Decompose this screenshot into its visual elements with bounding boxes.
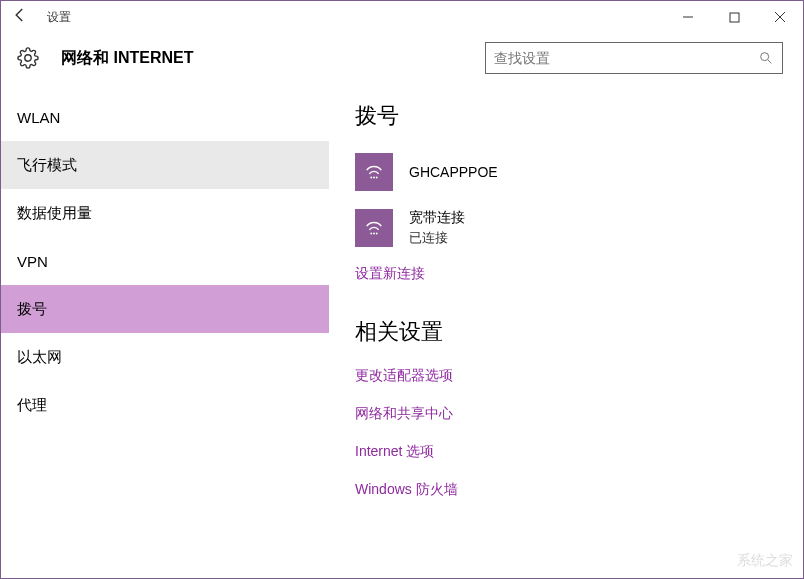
window-controls [665, 1, 803, 33]
sidebar-item-datausage[interactable]: 数据使用量 [1, 189, 329, 237]
dialup-icon [355, 153, 393, 191]
svg-point-2 [761, 53, 769, 61]
gear-icon [17, 47, 39, 69]
svg-point-6 [376, 177, 378, 179]
content-area: WLAN 飞行模式 数据使用量 VPN 拨号 以太网 代理 拨号 GHCAPPP… [1, 83, 803, 578]
svg-rect-1 [730, 13, 739, 22]
close-icon [774, 11, 786, 23]
new-connection-link[interactable]: 设置新连接 [355, 265, 783, 283]
svg-point-7 [370, 233, 372, 235]
page-title: 网络和 INTERNET [61, 48, 193, 69]
sidebar-item-label: 拨号 [17, 300, 47, 319]
search-icon [758, 50, 774, 66]
sidebar-item-vpn[interactable]: VPN [1, 237, 329, 285]
sidebar-item-wlan[interactable]: WLAN [1, 93, 329, 141]
related-link-firewall[interactable]: Windows 防火墙 [355, 481, 783, 499]
search-box[interactable] [485, 42, 783, 74]
main-panel: 拨号 GHCAPPPOE 宽带连接 已连接 设置新连接 相关设置 [329, 83, 803, 578]
maximize-button[interactable] [711, 1, 757, 33]
sidebar-item-proxy[interactable]: 代理 [1, 381, 329, 429]
connection-name: 宽带连接 [409, 209, 465, 227]
header: 网络和 INTERNET [1, 33, 803, 83]
connection-item[interactable]: GHCAPPPOE [355, 153, 783, 191]
arrow-left-icon [11, 6, 29, 24]
connection-name: GHCAPPPOE [409, 164, 498, 180]
sidebar-item-airplane[interactable]: 飞行模式 [1, 141, 329, 189]
sidebar-item-label: 代理 [17, 396, 47, 415]
maximize-icon [729, 12, 740, 23]
minimize-button[interactable] [665, 1, 711, 33]
close-button[interactable] [757, 1, 803, 33]
connection-text: GHCAPPPOE [409, 164, 498, 180]
sidebar: WLAN 飞行模式 数据使用量 VPN 拨号 以太网 代理 [1, 83, 329, 578]
related-link-sharing[interactable]: 网络和共享中心 [355, 405, 783, 423]
svg-point-8 [373, 233, 375, 235]
sidebar-item-label: 飞行模式 [17, 156, 77, 175]
minimize-icon [682, 11, 694, 23]
window-title: 设置 [47, 9, 71, 26]
svg-line-3 [768, 60, 771, 63]
svg-point-5 [373, 177, 375, 179]
connection-status: 已连接 [409, 229, 465, 247]
titlebar: 设置 [1, 1, 803, 33]
dialup-icon [355, 209, 393, 247]
back-button[interactable] [11, 6, 41, 29]
sidebar-item-label: VPN [17, 253, 48, 270]
connection-text: 宽带连接 已连接 [409, 209, 465, 247]
section-heading-dialup: 拨号 [355, 101, 783, 131]
sidebar-item-label: 数据使用量 [17, 204, 92, 223]
sidebar-item-ethernet[interactable]: 以太网 [1, 333, 329, 381]
svg-point-9 [376, 233, 378, 235]
svg-point-4 [370, 177, 372, 179]
sidebar-item-dialup[interactable]: 拨号 [1, 285, 329, 333]
connection-item[interactable]: 宽带连接 已连接 [355, 209, 783, 247]
search-input[interactable] [494, 50, 758, 66]
sidebar-item-label: WLAN [17, 109, 60, 126]
related-link-internet-options[interactable]: Internet 选项 [355, 443, 783, 461]
related-link-adapter[interactable]: 更改适配器选项 [355, 367, 783, 385]
sidebar-item-label: 以太网 [17, 348, 62, 367]
section-heading-related: 相关设置 [355, 317, 783, 347]
